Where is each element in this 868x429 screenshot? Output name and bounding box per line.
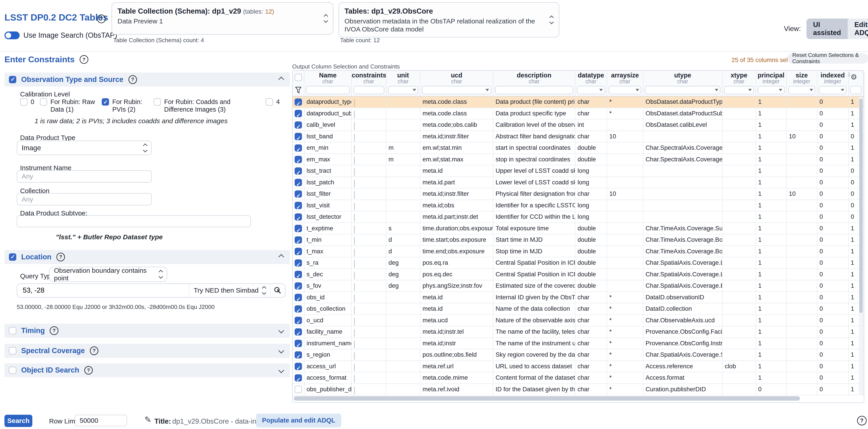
row-checkbox[interactable] (294, 179, 302, 186)
constraint-input[interactable] (354, 191, 355, 199)
filter-size[interactable] (788, 86, 815, 94)
vertical-scrollbar-thumb[interactable] (859, 99, 863, 313)
resolver-select[interactable]: Try NED then Simbad (189, 284, 270, 297)
constraint-input[interactable] (354, 249, 355, 256)
section-location[interactable]: Location (4, 250, 290, 264)
section-spectral-coverage[interactable]: Spectral Coverage (4, 344, 290, 358)
constraint-input[interactable] (354, 226, 355, 233)
section-objectid-checkbox[interactable] (9, 367, 16, 374)
row-checkbox[interactable] (294, 386, 302, 393)
footer-help-icon[interactable] (857, 416, 867, 426)
row-checkbox[interactable] (294, 202, 302, 209)
view-ui-assisted-button[interactable]: UI assisted (806, 19, 848, 39)
row-checkbox[interactable] (294, 121, 302, 129)
calib-option-checkbox[interactable] (20, 98, 27, 106)
row-checkbox[interactable] (294, 259, 302, 267)
row-checkbox[interactable] (294, 213, 302, 221)
section-observation-type[interactable]: Observation Type and Source (4, 73, 290, 87)
filter-arraysize[interactable] (609, 86, 642, 94)
constraint-input[interactable] (354, 180, 355, 188)
constraint-input[interactable] (354, 318, 355, 325)
filter-xtype[interactable] (724, 86, 754, 94)
column-header-unit[interactable]: unitchar (386, 71, 421, 84)
constraint-input[interactable] (354, 283, 355, 291)
column-header-ucd[interactable]: ucdchar (421, 71, 494, 84)
search-button[interactable]: Search (4, 415, 32, 427)
column-header-description[interactable]: descriptionchar (493, 71, 576, 84)
position-input[interactable] (17, 286, 189, 294)
column-header-Name[interactable]: Namechar (304, 71, 352, 84)
row-checkbox[interactable] (294, 167, 302, 175)
section-location-help-icon[interactable] (56, 253, 65, 261)
table-select[interactable]: Tables: dp1_v29.ObsCore Observation meta… (339, 2, 559, 37)
resolve-search-icon[interactable] (270, 284, 285, 297)
section-location-checkbox[interactable] (9, 253, 16, 261)
select-all-checkbox[interactable] (294, 74, 302, 81)
row-checkbox[interactable] (294, 351, 302, 359)
section-objectid-help-icon[interactable] (84, 366, 93, 375)
constraint-input[interactable] (354, 122, 355, 130)
row-checkbox[interactable] (294, 294, 302, 301)
column-header-indexed[interactable]: indexedinteger (817, 71, 848, 84)
constraint-input[interactable] (354, 203, 355, 210)
section-timing-checkbox[interactable] (9, 327, 16, 334)
constraint-input[interactable] (354, 99, 355, 107)
calib-option-checkbox[interactable] (40, 98, 47, 106)
schema-select[interactable]: Table Collection (Schema): dp1_v29 (tabl… (112, 2, 333, 35)
row-checkbox[interactable] (294, 374, 302, 382)
row-checkbox[interactable] (294, 144, 302, 152)
row-checkbox[interactable] (294, 110, 302, 117)
populate-adql-button[interactable]: Populate and edit ADQL (256, 413, 341, 428)
section-observation-checkbox[interactable] (9, 76, 16, 83)
reset-columns-button[interactable]: Reset Column Selections & Constraints (787, 53, 868, 64)
image-search-toggle[interactable] (4, 31, 20, 39)
vertical-scrollbar[interactable] (859, 96, 863, 396)
constraint-input[interactable] (354, 134, 355, 142)
data-product-type-select[interactable]: Image (17, 141, 152, 155)
constraint-input[interactable] (354, 375, 355, 383)
column-header-utype[interactable]: utypechar (643, 71, 722, 84)
section-timing[interactable]: Timing (4, 324, 290, 338)
section-object-id-search[interactable]: Object ID Search (4, 363, 290, 377)
filter-constraints[interactable] (353, 86, 384, 94)
row-checkbox[interactable] (294, 340, 302, 347)
filter-utype[interactable] (645, 86, 720, 94)
constraint-input[interactable] (354, 352, 355, 360)
section-timing-expand-icon[interactable] (278, 328, 284, 334)
filter-ucd[interactable] (422, 86, 491, 94)
row-checkbox[interactable] (294, 282, 302, 290)
constraint-input[interactable] (354, 237, 355, 245)
row-checkbox[interactable] (294, 305, 302, 313)
calib-option-checkbox[interactable] (154, 98, 161, 106)
section-spectral-checkbox[interactable] (9, 347, 16, 354)
horizontal-scrollbar[interactable] (294, 396, 859, 401)
filter-principal[interactable] (757, 86, 784, 94)
edit-title-pencil-icon[interactable]: ✎ (145, 415, 151, 425)
view-edit-adql-button[interactable]: Edit ADQL (848, 19, 868, 39)
filter-unit[interactable] (388, 86, 418, 94)
calib-option[interactable]: For Rubin: PVIs (2) (102, 98, 148, 113)
section-observation-collapse-icon[interactable] (278, 77, 284, 82)
filter-datatype[interactable] (577, 86, 605, 94)
row-checkbox[interactable] (294, 248, 302, 255)
calib-option[interactable]: 0 (20, 98, 34, 106)
horizontal-scrollbar-thumb[interactable] (294, 396, 800, 401)
section-spectral-expand-icon[interactable] (278, 348, 284, 353)
constraint-input[interactable] (354, 111, 355, 118)
column-header-arraysize[interactable]: arraysizechar (607, 71, 643, 84)
row-checkbox[interactable] (294, 225, 302, 232)
calib-option[interactable]: For Rubin: Raw Data (1) (40, 98, 96, 113)
section-spectral-help-icon[interactable] (90, 346, 99, 355)
constraint-input[interactable] (354, 214, 355, 222)
constraint-input[interactable] (354, 271, 355, 280)
row-checkbox[interactable] (294, 98, 302, 106)
filter-Name[interactable] (306, 86, 350, 94)
row-checkbox[interactable] (294, 236, 302, 244)
section-observation-help-icon[interactable] (128, 75, 137, 84)
section-objectid-expand-icon[interactable] (278, 367, 284, 373)
column-header-datatype[interactable]: datatypechar (576, 71, 607, 84)
row-checkbox[interactable] (294, 317, 302, 324)
calib-option[interactable]: 4 (266, 98, 280, 106)
column-header-xtype[interactable]: xtypechar (722, 71, 756, 84)
column-header-constraints[interactable]: constraintschar (352, 71, 386, 84)
